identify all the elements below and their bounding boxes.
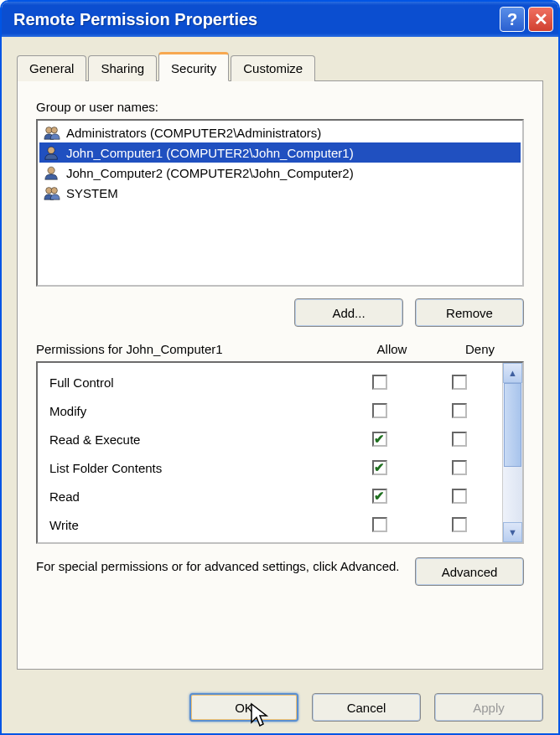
list-item-label: Administrators (COMPUTER2\Administrators…	[66, 126, 321, 140]
properties-dialog: Remote Permission Properties ? ✕ General…	[0, 0, 560, 735]
deny-checkbox[interactable]	[452, 403, 467, 418]
user-icon	[43, 145, 61, 160]
remove-button[interactable]: Remove	[415, 298, 524, 327]
allow-cell	[340, 489, 419, 504]
permissions-scrollbar[interactable]: ▲ ▼	[502, 363, 522, 542]
deny-checkbox[interactable]	[452, 517, 467, 532]
tab-security[interactable]: Security	[158, 52, 229, 81]
allow-checkbox[interactable]	[372, 432, 387, 447]
scroll-thumb[interactable]	[504, 383, 521, 467]
allow-header: Allow	[348, 342, 436, 356]
svg-point-2	[48, 147, 54, 153]
permission-name: Write	[49, 518, 340, 532]
allow-checkbox[interactable]	[372, 403, 387, 418]
allow-checkbox[interactable]	[372, 489, 387, 504]
tab-sharing[interactable]: Sharing	[88, 55, 157, 81]
window-title: Remote Permission Properties	[13, 10, 496, 29]
allow-cell	[340, 432, 419, 447]
deny-cell	[419, 517, 499, 532]
deny-cell	[419, 489, 499, 504]
permission-row: Write	[49, 510, 499, 539]
user-list[interactable]: Administrators (COMPUTER2\Administrators…	[36, 119, 524, 287]
allow-checkbox[interactable]	[372, 517, 387, 532]
tab-customize[interactable]: Customize	[231, 55, 315, 81]
list-item[interactable]: SYSTEM	[39, 183, 521, 203]
close-button[interactable]: ✕	[528, 7, 553, 32]
list-item-label: John_Computer2 (COMPUTER2\John_Computer2…	[66, 166, 354, 180]
permission-name: Full Control	[49, 375, 340, 390]
permission-row: Special Permissions	[49, 539, 499, 542]
deny-checkbox[interactable]	[452, 460, 467, 475]
svg-point-1	[51, 127, 57, 133]
list-item-label: John_Computer1 (COMPUTER2\John_Computer1…	[66, 146, 354, 160]
list-item-label: SYSTEM	[66, 186, 118, 200]
permission-row: Read	[49, 482, 499, 510]
svg-point-3	[48, 167, 54, 173]
allow-cell	[340, 517, 419, 532]
tab-general[interactable]: General	[17, 55, 86, 81]
add-button[interactable]: Add...	[294, 298, 403, 327]
permission-row: Read & Execute	[49, 425, 499, 453]
list-item[interactable]: Administrators (COMPUTER2\Administrators…	[39, 122, 521, 142]
apply-button[interactable]: Apply	[434, 693, 543, 722]
permission-row: List Folder Contents	[49, 453, 499, 482]
allow-cell	[340, 460, 419, 475]
scroll-track[interactable]	[503, 383, 522, 522]
dialog-buttons: OK Cancel Apply	[2, 681, 558, 733]
user-buttons: Add... Remove	[36, 298, 524, 327]
security-panel: Group or user names: Administrators (COM…	[17, 80, 543, 670]
cancel-button[interactable]: Cancel	[312, 693, 421, 722]
list-item[interactable]: John_Computer2 (COMPUTER2\John_Computer2…	[39, 163, 521, 183]
ok-button[interactable]: OK	[189, 693, 298, 722]
advanced-button[interactable]: Advanced	[415, 557, 524, 586]
permission-row: Modify	[49, 396, 499, 425]
allow-cell	[340, 375, 419, 390]
svg-point-5	[51, 188, 57, 194]
permissions-header: Permissions for John_Computer1 Allow Den…	[36, 342, 524, 356]
dialog-content: General Sharing Security Customize Group…	[2, 37, 558, 681]
deny-cell	[419, 375, 499, 390]
group-icon	[43, 185, 61, 200]
permission-name: Read	[49, 489, 340, 504]
deny-header: Deny	[436, 342, 524, 356]
advanced-row: For special permissions or for advanced …	[36, 557, 524, 586]
advanced-text: For special permissions or for advanced …	[36, 557, 403, 575]
allow-checkbox[interactable]	[372, 460, 387, 475]
tabstrip: General Sharing Security Customize	[17, 52, 543, 81]
titlebar: Remote Permission Properties ? ✕	[2, 2, 558, 37]
group-icon	[43, 125, 61, 140]
allow-cell	[340, 403, 419, 418]
help-button[interactable]: ?	[500, 7, 525, 32]
permissions-for-label: Permissions for John_Computer1	[36, 342, 348, 356]
deny-cell	[419, 432, 499, 447]
group-names-label: Group or user names:	[36, 100, 524, 114]
permissions-rows: Full ControlModifyRead & ExecuteList Fol…	[38, 363, 502, 542]
deny-checkbox[interactable]	[452, 489, 467, 504]
deny-cell	[419, 403, 499, 418]
permission-name: Modify	[49, 404, 340, 418]
deny-cell	[419, 460, 499, 475]
scroll-down-icon[interactable]: ▼	[503, 522, 522, 542]
deny-checkbox[interactable]	[452, 432, 467, 447]
permission-name: Read & Execute	[49, 432, 340, 447]
permissions-list: Full ControlModifyRead & ExecuteList Fol…	[36, 361, 524, 544]
deny-checkbox[interactable]	[452, 375, 467, 390]
permission-name: List Folder Contents	[49, 461, 340, 475]
list-item[interactable]: John_Computer1 (COMPUTER2\John_Computer1…	[39, 142, 521, 163]
scroll-up-icon[interactable]: ▲	[503, 363, 522, 383]
permission-row: Full Control	[49, 368, 499, 396]
allow-checkbox[interactable]	[372, 375, 387, 390]
user-icon	[43, 165, 61, 180]
